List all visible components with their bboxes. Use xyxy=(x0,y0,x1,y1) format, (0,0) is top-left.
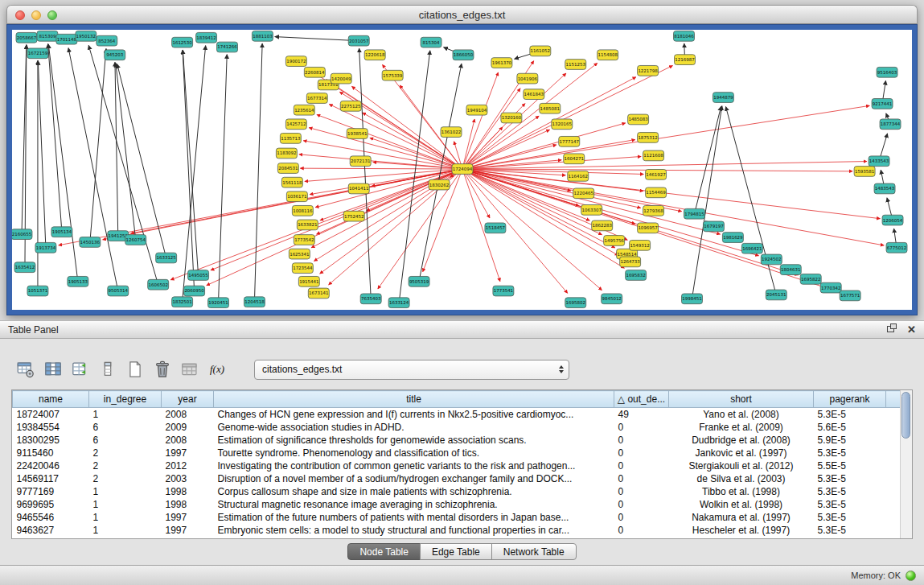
cell-out_degree[interactable]: 0 xyxy=(614,434,669,447)
cell-year[interactable]: 2008 xyxy=(162,408,214,421)
cell-pagerank[interactable]: 5.9E-5 xyxy=(814,434,886,447)
network-edge[interactable] xyxy=(881,134,888,157)
cell-year[interactable]: 1997 xyxy=(162,447,214,459)
table-selector-dropdown[interactable]: citations_edges.txt xyxy=(254,360,569,380)
cell-pagerank[interactable]: 5.3E-5 xyxy=(814,472,886,485)
network-node[interactable]: 1221798 xyxy=(638,65,659,76)
table-row[interactable]: 1872400712008Changes of HCN gene express… xyxy=(13,408,901,421)
network-edge[interactable] xyxy=(881,170,884,184)
table-row[interactable]: 946554611997Estimation of the future num… xyxy=(13,511,901,524)
cell-name[interactable]: 18300295 xyxy=(13,434,89,447)
network-node[interactable]: 1041411 xyxy=(348,183,369,194)
network-edge[interactable] xyxy=(183,50,194,287)
network-edge[interactable] xyxy=(468,170,641,208)
column-header-pagerank[interactable]: pagerank xyxy=(814,391,886,408)
network-node[interactable]: 1461927 xyxy=(646,170,667,180)
network-edge[interactable] xyxy=(400,51,430,299)
cell-title[interactable]: Genome-wide association studies in ADHD. xyxy=(214,421,614,434)
network-node[interactable]: 1154808 xyxy=(598,50,618,60)
cell-pagerank[interactable]: 5.3E-5 xyxy=(814,524,886,537)
network-node[interactable]: 1041906 xyxy=(517,73,538,84)
network-edge[interactable] xyxy=(359,48,371,295)
network-node[interactable]: 1905134 xyxy=(51,227,72,237)
network-node[interactable]: 1998451 xyxy=(682,294,703,304)
network-node[interactable]: 1862283 xyxy=(592,220,613,231)
network-node[interactable]: 1425712 xyxy=(285,119,306,130)
network-node[interactable]: 1679197 xyxy=(703,221,724,232)
network-node[interactable]: 1723544 xyxy=(292,263,313,274)
network-node[interactable]: 2031057 xyxy=(348,35,369,46)
network-node[interactable]: 2275125 xyxy=(340,101,361,111)
network-node[interactable]: 1096957 xyxy=(638,223,659,233)
scrollbar-thumb[interactable] xyxy=(901,392,910,439)
window-titlebar[interactable]: citations_edges.txt xyxy=(6,5,918,24)
network-edge[interactable] xyxy=(115,62,118,233)
cell-in_degree[interactable]: 2 xyxy=(89,472,162,485)
cell-short[interactable]: Franke et al. (2009) xyxy=(669,421,814,434)
network-node[interactable]: 1051371 xyxy=(27,286,48,296)
network-edge[interactable] xyxy=(183,46,206,299)
network-node[interactable]: 1777147 xyxy=(559,136,580,146)
network-node[interactable]: 1206054 xyxy=(882,215,903,225)
network-node[interactable]: 1279368 xyxy=(643,205,664,216)
network-edge[interactable] xyxy=(207,171,458,286)
column-header-in_degree[interactable]: in_degree xyxy=(89,391,162,408)
cell-year[interactable]: 2012 xyxy=(162,459,214,472)
network-node[interactable]: 1151253 xyxy=(565,60,586,70)
network-node[interactable]: 1881103 xyxy=(252,31,273,41)
table-row[interactable]: 977716911998Corpus callosum shape and si… xyxy=(13,485,901,498)
function-builder-icon[interactable]: f(x) xyxy=(206,358,228,381)
table-settings-icon[interactable] xyxy=(14,358,37,381)
import-table-icon[interactable] xyxy=(179,358,201,381)
network-node[interactable]: 1575339 xyxy=(382,70,403,80)
column-header-year[interactable]: year xyxy=(162,391,214,408)
network-edge[interactable] xyxy=(300,168,458,169)
network-node[interactable]: 1981629 xyxy=(722,233,743,243)
network-node[interactable]: 1701148 xyxy=(56,34,77,44)
network-node[interactable]: 1924502 xyxy=(761,254,782,265)
cell-pagerank[interactable]: 5.3E-5 xyxy=(814,485,886,498)
cell-out_degree[interactable]: 0 xyxy=(614,511,669,524)
cell-title[interactable]: Corpus callosum shape and size in male p… xyxy=(214,485,614,498)
cell-name[interactable]: 9699695 xyxy=(13,498,89,511)
network-node[interactable]: 1495055 xyxy=(188,270,209,281)
cell-in_degree[interactable]: 1 xyxy=(89,485,162,498)
new-file-icon[interactable] xyxy=(124,358,146,381)
table-row[interactable]: 2242004622012Investigating the contribut… xyxy=(13,459,901,472)
network-node[interactable]: 1695822 xyxy=(800,274,821,285)
network-node[interactable]: 815304 xyxy=(421,37,441,47)
network-edge[interactable] xyxy=(275,37,354,41)
network-node[interactable]: 1773542 xyxy=(294,235,314,245)
network-node[interactable]: 9516403 xyxy=(877,67,897,77)
cell-pagerank[interactable]: 5.3E-5 xyxy=(814,447,886,459)
network-node[interactable]: 1672159 xyxy=(27,48,48,59)
network-edge[interactable] xyxy=(464,72,499,165)
network-node[interactable]: 1433543 xyxy=(869,156,889,167)
network-node[interactable]: 1549312 xyxy=(630,240,651,250)
network-node[interactable]: 1220465 xyxy=(573,188,594,199)
cell-year[interactable]: 2003 xyxy=(162,472,214,485)
table-row[interactable]: 946362711997Embryonic stem cells: a mode… xyxy=(13,524,901,537)
cell-pagerank[interactable]: 5.6E-5 xyxy=(814,421,886,434)
network-edge[interactable] xyxy=(303,141,457,168)
cell-title[interactable]: Embryonic stem cells: a model to study s… xyxy=(214,524,614,537)
cell-short[interactable]: Dudbridge et al. (2008) xyxy=(669,434,814,447)
cell-in_degree[interactable]: 2 xyxy=(89,447,162,459)
network-node[interactable]: 1154469 xyxy=(646,187,667,198)
network-node[interactable]: 1633125 xyxy=(156,253,177,263)
cell-short[interactable]: Yano et al. (2008) xyxy=(669,408,814,421)
network-node[interactable]: 2260814 xyxy=(304,67,325,77)
table-row[interactable]: 1456911722003Disruption of a novel membe… xyxy=(13,472,901,485)
column-icon[interactable] xyxy=(97,358,119,381)
tab-network-table[interactable]: Network Table xyxy=(491,543,577,560)
network-node[interactable]: 1561118 xyxy=(281,177,302,187)
network-node[interactable]: 1204518 xyxy=(244,297,265,307)
network-node[interactable]: 1920451 xyxy=(208,298,229,308)
network-edge[interactable] xyxy=(219,55,228,299)
cell-name[interactable]: 9115460 xyxy=(13,447,89,459)
network-edge[interactable] xyxy=(68,48,117,287)
network-node[interactable]: 1625341 xyxy=(289,249,310,259)
cell-title[interactable]: Disruption of a novel member of a sodium… xyxy=(214,472,614,485)
network-node[interactable]: 1518457 xyxy=(485,223,506,233)
network-node[interactable]: 1832501 xyxy=(172,297,193,307)
